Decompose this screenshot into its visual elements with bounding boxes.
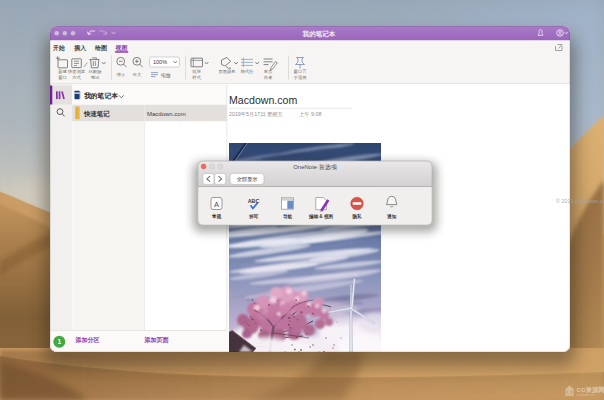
svg-text:全部显示: 全部显示 bbox=[237, 176, 258, 183]
svg-text:100%: 100% bbox=[153, 59, 167, 65]
svg-text:开始: 开始 bbox=[53, 44, 66, 52]
svg-text:样式: 样式 bbox=[191, 75, 201, 80]
svg-text:拼写: 拼写 bbox=[248, 213, 259, 220]
svg-text:OneNote 首选项: OneNote 首选项 bbox=[293, 164, 338, 171]
svg-text:视图: 视图 bbox=[115, 44, 128, 52]
svg-text:放大: 放大 bbox=[133, 72, 142, 77]
svg-text:添加页面: 添加页面 bbox=[144, 336, 170, 344]
svg-text:作者: 作者 bbox=[263, 75, 273, 80]
svg-text:于顶层: 于顶层 bbox=[294, 75, 308, 80]
svg-text:© 2019 macdown.com: © 2019 macdown.com bbox=[556, 198, 604, 204]
svg-text:1: 1 bbox=[57, 338, 61, 345]
svg-text:Macdown.com: Macdown.com bbox=[229, 94, 297, 106]
svg-text:上午 9:08: 上午 9:08 bbox=[299, 111, 321, 117]
svg-text:我的笔记本: 我的笔记本 bbox=[302, 30, 336, 38]
svg-text:窗口: 窗口 bbox=[58, 75, 67, 80]
svg-text:macdown.com: macdown.com bbox=[577, 393, 596, 397]
svg-text:2019年5月17日 星期五: 2019年5月17日 星期五 bbox=[229, 111, 284, 118]
svg-text:绘图: 绘图 bbox=[94, 44, 107, 52]
svg-text:页面颜色: 页面颜色 bbox=[217, 69, 235, 74]
svg-text:快速笔记: 快速笔记 bbox=[83, 110, 110, 118]
svg-text:我的笔记本: 我的笔记本 bbox=[84, 92, 118, 100]
svg-text:方式: 方式 bbox=[72, 75, 81, 80]
svg-text:笔记: 笔记 bbox=[91, 75, 100, 80]
svg-text:Macdown.com: Macdown.com bbox=[147, 111, 186, 117]
svg-text:编辑 & 视图: 编辑 & 视图 bbox=[308, 213, 334, 220]
svg-text:导航: 导航 bbox=[283, 213, 293, 220]
svg-text:插入: 插入 bbox=[73, 44, 87, 52]
svg-text:缩放: 缩放 bbox=[161, 72, 171, 79]
svg-text:常规: 常规 bbox=[212, 213, 222, 220]
svg-text:A: A bbox=[214, 200, 219, 209]
svg-text:通知: 通知 bbox=[387, 213, 397, 220]
svg-text:缩小: 缩小 bbox=[116, 72, 125, 77]
svg-text:添加分区: 添加分区 bbox=[75, 336, 100, 344]
svg-text:隐私: 隐私 bbox=[352, 213, 362, 220]
